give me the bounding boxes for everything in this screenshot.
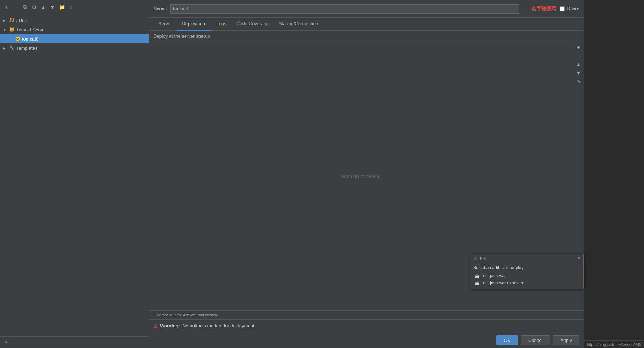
war-icon-1: ☕ [475, 281, 480, 285]
sidebar-item-templates[interactable]: ▶ 🔧 Templates [0, 43, 149, 53]
templates-arrow-icon: ▶ [3, 46, 9, 50]
deploy-move-down-button[interactable]: ▼ [575, 69, 583, 77]
junit-icon: JU [9, 17, 15, 23]
move-up-config-icon[interactable]: ▲ [40, 4, 47, 11]
tomcat-icon: 🐱 [9, 26, 15, 33]
ok-button[interactable]: OK [496, 335, 518, 345]
deploy-header: Deploy at the server startup [149, 31, 584, 42]
name-bar: Name: ← 名字随便写 Share [149, 0, 584, 18]
config-tree: ▶ JU JUnit ▼ 🐱 Tomcat Server 🐱 tomcat8 ▶… [0, 14, 149, 336]
remove-config-icon[interactable]: − [12, 4, 19, 11]
share-label: Share [567, 6, 579, 11]
deployment-panel: Deploy at the server startup Nothing to … [149, 31, 584, 348]
tab-logs[interactable]: Logs [212, 18, 231, 31]
status-bar: https://blog.csdn.net/weixin/2498167 [584, 340, 644, 348]
share-area: Share [560, 6, 579, 11]
tomcat-arrow-icon: ▼ [3, 28, 9, 32]
deploy-edit-button[interactable]: ✎ [575, 77, 583, 85]
artifact-label-1: test-java:war exploded [482, 280, 524, 285]
sidebar-bottom: ? [0, 336, 149, 348]
tab-code-coverage[interactable]: Code Coverage [231, 18, 274, 31]
popup-close-icon[interactable]: × [578, 256, 580, 261]
name-label: Name: [153, 6, 167, 11]
deploy-remove-button[interactable]: − [575, 52, 583, 60]
share-checkbox[interactable] [560, 6, 565, 11]
artifact-item-0[interactable]: ☕ test-java:war [473, 272, 580, 279]
tabs-bar: Server Deployment Logs Code Coverage Sta… [149, 18, 584, 31]
artifact-popup-desc: Select an artifact to deploy [473, 265, 580, 270]
footer-buttons: OK Cancel Apply [149, 332, 584, 348]
copy-config-icon[interactable]: ⧉ [21, 4, 28, 11]
folder-config-icon[interactable]: 📁 [58, 4, 65, 11]
sidebar-item-junit-label: JUnit [16, 18, 27, 23]
war-icon-0: ☕ [475, 274, 480, 278]
tomcat8-arrow-icon [9, 37, 14, 41]
warning-icon: ⚠ [153, 323, 158, 329]
right-panel: https://blog.csdn.net/weixin/2498167 [584, 0, 644, 348]
artifact-popup: ⚠ Fix × Select an artifact to deploy ☕ t… [470, 254, 584, 289]
add-config-icon[interactable]: + [3, 4, 10, 11]
before-launch-label: − Before launch: Activate tool window [153, 313, 218, 317]
status-url: https://blog.csdn.net/weixin/2498167 [587, 342, 644, 347]
templates-icon: 🔧 [9, 45, 15, 51]
name-annotation: ← 名字随便写 [523, 5, 556, 12]
help-icon[interactable]: ? [3, 339, 10, 346]
artifact-popup-header: ⚠ Fix × [470, 254, 583, 263]
deploy-move-up-button[interactable]: ▲ [575, 60, 583, 68]
sidebar: + − ⧉ ⚙ ▲ ▼ 📁 ↕ ▶ JU JUnit ▼ 🐱 Tomcat Se… [0, 0, 149, 348]
artifact-label-0: test-java:war [482, 273, 506, 278]
cancel-button[interactable]: Cancel [521, 335, 550, 345]
deploy-add-button[interactable]: + [575, 43, 583, 51]
sort-config-icon[interactable]: ↕ [67, 4, 75, 11]
tab-server[interactable]: Server [153, 18, 177, 31]
before-launch-section: − Before launch: Activate tool window [149, 310, 584, 319]
artifact-item-1[interactable]: ☕ test-java:war exploded [473, 279, 580, 287]
name-annotation-text: 名字随便写 [531, 6, 556, 12]
arrow-icon: ▶ [3, 18, 9, 22]
artifact-popup-title: Fix [480, 256, 486, 261]
sidebar-item-tomcat-server[interactable]: ▼ 🐱 Tomcat Server [0, 25, 149, 34]
apply-button[interactable]: Apply [553, 335, 579, 345]
artifact-popup-content: Select an artifact to deploy ☕ test-java… [470, 263, 583, 289]
warning-text: Warning: No artifacts marked for deploym… [160, 323, 254, 328]
sidebar-item-junit[interactable]: ▶ JU JUnit [0, 16, 149, 25]
sidebar-toolbar: + − ⧉ ⚙ ▲ ▼ 📁 ↕ [0, 0, 149, 14]
sidebar-item-templates-label: Templates [16, 45, 37, 51]
red-arrow-icon: ← [523, 5, 529, 12]
settings-config-icon[interactable]: ⚙ [31, 4, 38, 11]
name-input[interactable] [170, 4, 519, 14]
empty-deploy-message: Nothing to deploy [342, 173, 381, 179]
deploy-content: Nothing to deploy + − ▲ ▼ ✎ En ·, 半 👕 选择… [149, 42, 584, 310]
warning-bar: ⚠ Warning: No artifacts marked for deplo… [149, 319, 584, 332]
sidebar-item-tomcat8[interactable]: 🐱 tomcat8 [0, 34, 149, 43]
sidebar-item-tomcat8-label: tomcat8 [22, 36, 38, 42]
tab-startup-connection[interactable]: Startup/Connection [274, 18, 323, 31]
tomcat8-icon: 🐱 [14, 36, 21, 42]
main-panel: Name: ← 名字随便写 Share Server Deployment Lo… [149, 0, 584, 348]
warning-bold: Warning: [160, 323, 180, 328]
move-down-config-icon[interactable]: ▼ [49, 4, 56, 11]
tab-deployment[interactable]: Deployment [177, 18, 211, 31]
popup-warning-icon: ⚠ [473, 256, 478, 261]
sidebar-item-tomcat-label: Tomcat Server [16, 27, 46, 32]
warning-message: No artifacts marked for deployment [182, 323, 254, 328]
